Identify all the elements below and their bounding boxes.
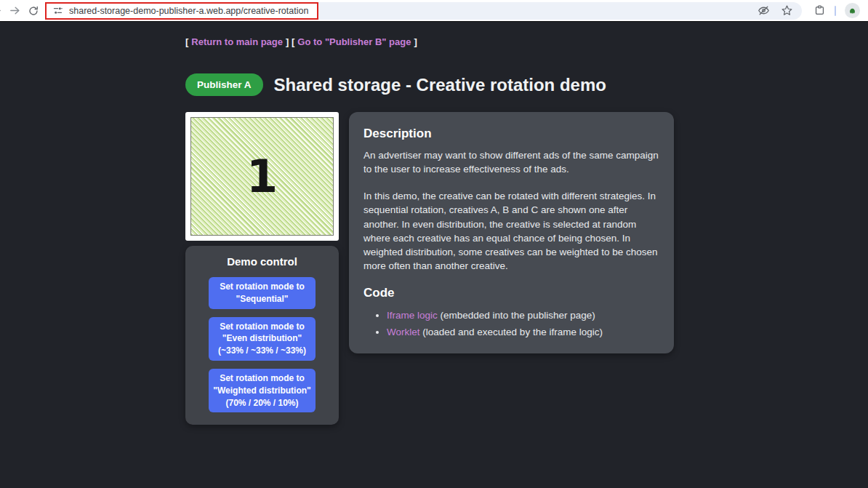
back-icon[interactable] — [0, 1, 5, 20]
bracket: ] — [414, 36, 417, 47]
creative-number: 1 — [246, 150, 278, 203]
worklet-link[interactable]: Worklet — [387, 327, 420, 337]
demo-control-panel: Demo control Set rotation mode to "Seque… — [185, 246, 339, 425]
top-nav-links: [Return to main page] [Go to "Publisher … — [185, 36, 868, 47]
weighted-distribution-mode-button[interactable]: Set rotation mode to "Weighted distribut… — [209, 369, 316, 412]
code-heading: Code — [363, 286, 659, 300]
return-main-page-link[interactable]: Return to main page — [191, 36, 283, 47]
page-title: Shared storage - Creative rotation demo — [274, 75, 606, 95]
bracket: [ — [292, 36, 294, 47]
even-distribution-mode-button[interactable]: Set rotation mode to "Even distribution"… — [209, 317, 316, 361]
site-settings-icon[interactable] — [52, 5, 63, 16]
demo-control-title: Demo control — [209, 255, 316, 268]
eye-off-icon[interactable] — [758, 4, 770, 17]
code-links-list: Iframe logic (embedded into the publishe… — [363, 308, 659, 340]
browser-toolbar: shared-storage-demo-publisher-a.web.app/… — [0, 0, 868, 22]
profile-avatar[interactable] — [845, 3, 860, 18]
toolbar-divider — [835, 6, 836, 16]
url-annotation-box[interactable]: shared-storage-demo-publisher-a.web.app/… — [45, 2, 318, 20]
publisher-b-page-link[interactable]: Go to "Publisher B" page — [297, 36, 411, 47]
page-content: [Return to main page] [Go to "Publisher … — [0, 22, 868, 487]
publisher-badge: Publisher A — [185, 73, 263, 96]
creative-hatched-area[interactable]: 1 — [190, 117, 334, 236]
ad-creative-iframe[interactable]: 1 — [185, 112, 339, 241]
code-item-note: (loaded and executed by the iframe logic… — [420, 327, 603, 337]
page-header: Publisher A Shared storage - Creative ro… — [185, 73, 868, 96]
list-item: Worklet (loaded and executed by the ifra… — [387, 324, 659, 340]
forward-icon[interactable] — [5, 1, 24, 20]
toolbar-right-cluster — [802, 3, 868, 18]
reload-icon[interactable] — [24, 1, 43, 20]
description-paragraph-1: An advertiser may want to show different… — [363, 148, 659, 176]
extensions-icon[interactable] — [813, 4, 826, 17]
bookmark-star-icon[interactable] — [781, 4, 793, 17]
iframe-logic-link[interactable]: Iframe logic — [387, 310, 438, 321]
bracket: [ — [185, 36, 188, 47]
description-heading: Description — [363, 127, 659, 141]
description-paragraph-2: In this demo, the creative can be rotate… — [363, 189, 659, 273]
url-text[interactable]: shared-storage-demo-publisher-a.web.app/… — [69, 6, 308, 16]
list-item: Iframe logic (embedded into the publishe… — [387, 308, 659, 324]
address-bar[interactable]: shared-storage-demo-publisher-a.web.app/… — [45, 2, 802, 20]
code-item-note: (embedded into the publisher page) — [438, 310, 595, 321]
sequential-mode-button[interactable]: Set rotation mode to "Sequential" — [209, 277, 316, 309]
browser-nav-buttons — [0, 0, 45, 21]
description-panel: Description An advertiser may want to sh… — [349, 112, 674, 353]
bracket: ] — [286, 36, 289, 47]
